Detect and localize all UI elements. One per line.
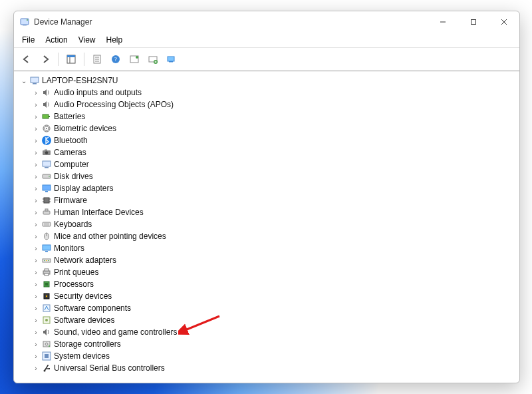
keyboard-icon — [41, 219, 53, 230]
chevron-right-icon[interactable]: › — [31, 209, 41, 216]
chevron-right-icon[interactable]: › — [31, 281, 41, 288]
svg-rect-60 — [45, 269, 49, 271]
toolbar-scan-hardware-button[interactable] — [163, 51, 180, 67]
category-label: Batteries — [53, 112, 85, 121]
tree-category-print-queues[interactable]: ›Print queues — [30, 266, 519, 278]
chevron-right-icon[interactable]: › — [31, 221, 41, 228]
chevron-right-icon[interactable]: › — [31, 149, 41, 156]
svg-rect-22 — [168, 57, 174, 61]
disk-icon — [41, 171, 53, 182]
chevron-right-icon[interactable]: › — [31, 89, 41, 97]
minimize-button[interactable] — [428, 11, 458, 33]
tree-category-network-adapters[interactable]: ›Network adapters — [30, 254, 519, 266]
svg-text:?: ? — [114, 56, 117, 63]
category-label: Software devices — [53, 315, 114, 325]
toolbar-properties-button[interactable] — [88, 51, 106, 67]
tree-category-software-devices[interactable]: ›Software devices — [30, 314, 519, 326]
tree-category-mice-and-other-pointing-devices[interactable]: ›Mice and other pointing devices — [30, 230, 519, 242]
category-label: Audio inputs and outputs — [53, 88, 142, 97]
menu-file[interactable]: File — [17, 34, 40, 46]
toolbar-show-hide-tree-button[interactable] — [63, 51, 80, 67]
tree-category-bluetooth[interactable]: ›Bluetooth — [30, 134, 519, 146]
menu-help[interactable]: Help — [101, 34, 128, 46]
maximize-button[interactable] — [458, 11, 489, 33]
svg-rect-4 — [471, 20, 476, 25]
cpu-icon — [41, 279, 53, 290]
chevron-right-icon[interactable]: › — [31, 233, 41, 240]
window-controls — [428, 11, 519, 33]
chevron-right-icon[interactable]: › — [31, 101, 41, 108]
toolbar-back-button[interactable] — [18, 51, 35, 67]
category-label: Bluetooth — [53, 136, 88, 145]
tree-category-display-adapters[interactable]: ›Display adapters — [30, 182, 519, 194]
category-label: Audio Processing Objects (APOs) — [53, 100, 174, 109]
chevron-right-icon[interactable]: › — [31, 257, 41, 264]
close-button[interactable] — [489, 11, 519, 33]
svg-point-58 — [48, 260, 49, 262]
chevron-right-icon[interactable]: › — [31, 125, 41, 132]
svg-rect-46 — [43, 211, 50, 214]
toolbar-add-hardware-button[interactable] — [144, 51, 162, 67]
tree-category-keyboards[interactable]: ›Keyboards — [30, 218, 519, 230]
tree-category-sound-video-and-game-controllers[interactable]: ›Sound, video and game controllers — [30, 326, 519, 338]
tree-category-processors[interactable]: ›Processors — [30, 278, 519, 290]
chevron-right-icon[interactable]: › — [31, 365, 41, 372]
chip-icon — [41, 195, 53, 206]
chevron-right-icon[interactable]: › — [31, 185, 41, 192]
category-label: Universal Serial Bus controllers — [53, 363, 165, 373]
chevron-right-icon[interactable]: › — [31, 293, 41, 300]
menu-view[interactable]: View — [73, 34, 101, 46]
menubar: File Action View Help — [14, 33, 519, 48]
tree-category-monitors[interactable]: ›Monitors — [30, 242, 519, 254]
toolbar-update-driver-button[interactable] — [126, 51, 143, 67]
tree-category-computer[interactable]: ›Computer — [30, 158, 519, 170]
fingerprint-icon — [41, 123, 53, 134]
tree-root-node[interactable]: ⌄ LAPTOP-ESH2SN7U — [18, 75, 519, 87]
tree-category-security-devices[interactable]: ›Security devices — [30, 290, 519, 302]
chevron-right-icon[interactable]: › — [31, 329, 41, 336]
category-label: Security devices — [53, 292, 112, 301]
svg-rect-1 — [23, 25, 27, 26]
storage-icon — [41, 339, 53, 349]
tree-category-software-components[interactable]: ›Software components — [30, 302, 519, 314]
tree-category-disk-drives[interactable]: ›Disk drives — [30, 170, 519, 182]
monitor-icon — [41, 243, 53, 254]
device-tree[interactable]: ⌄ LAPTOP-ESH2SN7U ›Audio inputs and outp… — [14, 71, 519, 383]
chevron-right-icon[interactable]: › — [31, 173, 41, 180]
toolbar-separator — [84, 53, 84, 66]
chevron-right-icon[interactable]: › — [31, 269, 41, 276]
tree-category-audio-inputs-and-outputs[interactable]: ›Audio inputs and outputs — [30, 87, 519, 98]
speaker-icon — [41, 327, 53, 337]
chevron-right-icon[interactable]: › — [31, 317, 41, 324]
tree-category-batteries[interactable]: ›Batteries — [30, 110, 519, 122]
svg-rect-35 — [43, 161, 51, 166]
chevron-right-icon[interactable]: › — [31, 353, 41, 360]
tree-category-storage-controllers[interactable]: ›Storage controllers — [30, 338, 519, 350]
category-label: Processors — [53, 280, 94, 289]
tree-category-system-devices[interactable]: ›System devices — [30, 350, 519, 362]
svg-rect-47 — [45, 209, 48, 211]
chevron-right-icon[interactable]: › — [31, 245, 41, 252]
chevron-right-icon[interactable]: › — [31, 341, 41, 348]
tree-category-human-interface-devices[interactable]: ›Human Interface Devices — [30, 206, 519, 218]
expand-icon[interactable]: ⌄ — [19, 77, 29, 85]
tree-category-audio-processing-objects-apos[interactable]: ›Audio Processing Objects (APOs) — [30, 98, 519, 110]
chevron-right-icon[interactable]: › — [31, 137, 41, 144]
svg-rect-36 — [45, 167, 49, 168]
chevron-right-icon[interactable]: › — [31, 161, 41, 168]
toolbar-forward-button[interactable] — [37, 51, 54, 67]
tree-category-firmware[interactable]: ›Firmware — [30, 194, 519, 206]
tree-category-universal-serial-bus-controllers[interactable]: ›Universal Serial Bus controllers — [30, 362, 519, 374]
chevron-right-icon[interactable]: › — [31, 305, 41, 312]
category-label: Computer — [53, 160, 89, 169]
chevron-right-icon[interactable]: › — [31, 197, 41, 204]
category-label: Disk drives — [53, 172, 93, 181]
hid-icon — [41, 207, 53, 218]
svg-rect-48 — [43, 222, 51, 226]
toolbar-help-button[interactable]: ? — [107, 51, 124, 67]
tree-category-cameras[interactable]: ›Cameras — [30, 146, 519, 158]
svg-point-38 — [49, 176, 50, 177]
chevron-right-icon[interactable]: › — [31, 113, 41, 120]
tree-category-biometric-devices[interactable]: ›Biometric devices — [30, 122, 519, 134]
menu-action[interactable]: Action — [40, 34, 72, 46]
